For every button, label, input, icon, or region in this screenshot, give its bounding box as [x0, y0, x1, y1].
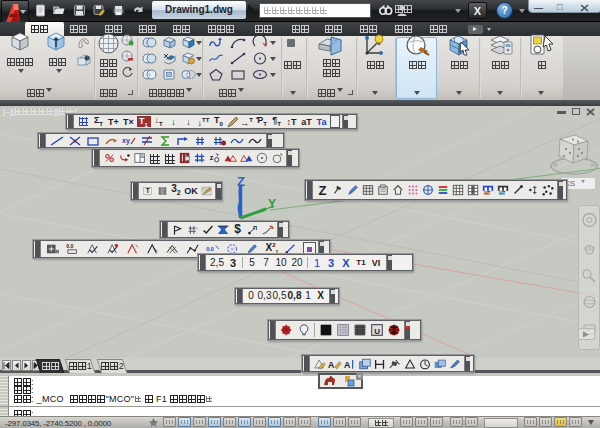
svg-text:U: U — [374, 327, 380, 336]
svg-text:A: A — [343, 359, 350, 369]
svg-text:HT: HT — [484, 191, 490, 196]
svg-text:0.0: 0.0 — [206, 246, 214, 252]
svg-text:z: z — [209, 154, 213, 161]
svg-text:HT: HT — [499, 191, 505, 196]
svg-text:0.0: 0.0 — [66, 243, 73, 249]
svg-text:T: T — [145, 187, 149, 194]
svg-text:Y: Y — [268, 197, 276, 211]
svg-text:Π: Π — [253, 225, 257, 231]
svg-text:A: A — [328, 359, 335, 369]
svg-text:xy: xy — [122, 137, 130, 145]
